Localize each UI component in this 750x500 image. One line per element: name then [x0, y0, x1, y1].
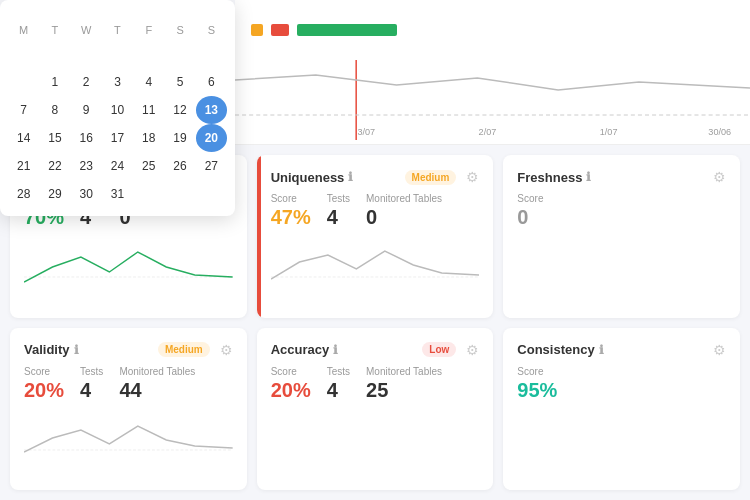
calendar-day[interactable]: 14 [8, 124, 39, 152]
calendar-day[interactable]: 19 [164, 124, 195, 152]
accuracy-info-icon[interactable]: ℹ [333, 343, 338, 357]
calendar-day[interactable]: 15 [39, 124, 70, 152]
accuracy-tests-label: Tests [327, 366, 350, 377]
freshness-score-metric: Score 0 [517, 193, 543, 229]
calendar-day[interactable]: 31 [102, 180, 133, 208]
bar-segment-green [297, 24, 397, 36]
accuracy-tests-metric: Tests 4 [327, 366, 350, 402]
uniqueness-monitored-metric: Monitored Tables 0 [366, 193, 442, 229]
calendar-day[interactable]: 20 [196, 124, 227, 152]
freshness-header: Freshness ℹ ⚙ [517, 169, 726, 185]
validity-score-label: Score [24, 366, 64, 377]
calendar-day[interactable]: 26 [164, 152, 195, 180]
svg-text:1/07: 1/07 [600, 127, 618, 137]
calendar-day[interactable]: 13 [196, 96, 227, 124]
calendar-day[interactable]: 4 [133, 68, 164, 96]
calendar-day[interactable]: 27 [196, 152, 227, 180]
freshness-metrics: Score 0 [517, 193, 726, 229]
calendar-day[interactable]: 11 [133, 96, 164, 124]
calendar-day[interactable]: 6 [196, 68, 227, 96]
calendar-day[interactable]: 21 [8, 152, 39, 180]
calendar-day [8, 68, 39, 96]
calendar-day [102, 40, 133, 68]
freshness-score-label: Score [517, 193, 543, 204]
uniqueness-score-label: Score [271, 193, 311, 204]
accuracy-monitored-metric: Monitored Tables 25 [366, 366, 442, 402]
accuracy-label: Accuracy [271, 342, 330, 357]
calendar-day[interactable]: 3 [102, 68, 133, 96]
validity-monitored-value: 44 [119, 379, 195, 402]
calendar-day[interactable]: 7 [8, 96, 39, 124]
calendar-day[interactable]: 5 [164, 68, 195, 96]
validity-gear-icon[interactable]: ⚙ [220, 342, 233, 358]
accuracy-monitored-label: Monitored Tables [366, 366, 442, 377]
completeness-mini-chart [24, 237, 233, 304]
validity-monitored-label: Monitored Tables [119, 366, 195, 377]
calendar-day[interactable]: 23 [71, 152, 102, 180]
accuracy-metrics: Score 20% Tests 4 Monitored Tables 25 [271, 366, 480, 402]
freshness-gear-icon[interactable]: ⚙ [713, 169, 726, 185]
bar-chart-row [235, 0, 750, 60]
svg-text:3/07: 3/07 [357, 127, 375, 137]
calendar-day [8, 40, 39, 68]
validity-label: Validity [24, 342, 70, 357]
calendar-day [196, 40, 227, 68]
calendar-day[interactable]: 22 [39, 152, 70, 180]
consistency-metrics: Score 95% [517, 366, 726, 402]
uniqueness-info-icon[interactable]: ℹ [348, 170, 353, 184]
accuracy-card: Accuracy ℹ Low ⚙ Score 20% Tests 4 Monit… [257, 328, 494, 491]
validity-info-icon[interactable]: ℹ [74, 343, 79, 357]
calendar-weekday: T [39, 20, 70, 40]
uniqueness-score-value: 47% [271, 206, 311, 229]
validity-badge: Medium [158, 342, 210, 357]
accuracy-monitored-value: 25 [366, 379, 442, 402]
calendar-day [164, 180, 195, 208]
calendar-day [133, 40, 164, 68]
uniqueness-left-accent [257, 155, 261, 318]
top-chart-area: 3/07 2/07 1/07 30/06 [235, 0, 750, 145]
validity-monitored-metric: Monitored Tables 44 [119, 366, 195, 402]
freshness-title: Freshness ℹ [517, 170, 591, 185]
consistency-info-icon[interactable]: ℹ [599, 343, 604, 357]
accuracy-badge: Low [422, 342, 456, 357]
calendar-weekday: M [8, 20, 39, 40]
calendar-day[interactable]: 8 [39, 96, 70, 124]
accuracy-gear-icon[interactable]: ⚙ [466, 342, 479, 358]
consistency-score-label: Score [517, 366, 557, 377]
calendar-day[interactable]: 10 [102, 96, 133, 124]
calendar-header [8, 8, 227, 20]
freshness-label: Freshness [517, 170, 582, 185]
calendar-weekday: S [196, 20, 227, 40]
calendar-day[interactable]: 1 [39, 68, 70, 96]
calendar-day[interactable]: 9 [71, 96, 102, 124]
calendar-popup[interactable]: MTWTFSS 12345678910111213141516171819202… [0, 0, 235, 216]
uniqueness-tests-label: Tests [327, 193, 350, 204]
validity-card: Validity ℹ Medium ⚙ Score 20% Tests 4 Mo… [10, 328, 247, 491]
calendar-grid: MTWTFSS 12345678910111213141516171819202… [8, 20, 227, 208]
uniqueness-gear-icon[interactable]: ⚙ [466, 169, 479, 185]
calendar-day[interactable]: 17 [102, 124, 133, 152]
uniqueness-metrics: Score 47% Tests 4 Monitored Tables 0 [271, 193, 480, 229]
calendar-weekday: T [102, 20, 133, 40]
validity-title: Validity ℹ [24, 342, 79, 357]
freshness-info-icon[interactable]: ℹ [586, 170, 591, 184]
uniqueness-label: Uniqueness [271, 170, 345, 185]
validity-mini-chart [24, 410, 233, 477]
calendar-day[interactable]: 25 [133, 152, 164, 180]
validity-tests-label: Tests [80, 366, 103, 377]
freshness-mini-chart [517, 237, 726, 304]
calendar-day [133, 180, 164, 208]
validity-tests-metric: Tests 4 [80, 366, 103, 402]
consistency-header: Consistency ℹ ⚙ [517, 342, 726, 358]
uniqueness-monitored-value: 0 [366, 206, 442, 229]
consistency-card: Consistency ℹ ⚙ Score 95% [503, 328, 740, 491]
calendar-day[interactable]: 24 [102, 152, 133, 180]
calendar-day[interactable]: 18 [133, 124, 164, 152]
calendar-day[interactable]: 30 [71, 180, 102, 208]
calendar-day[interactable]: 12 [164, 96, 195, 124]
consistency-gear-icon[interactable]: ⚙ [713, 342, 726, 358]
calendar-day[interactable]: 2 [71, 68, 102, 96]
calendar-day[interactable]: 29 [39, 180, 70, 208]
calendar-day[interactable]: 16 [71, 124, 102, 152]
calendar-day[interactable]: 28 [8, 180, 39, 208]
